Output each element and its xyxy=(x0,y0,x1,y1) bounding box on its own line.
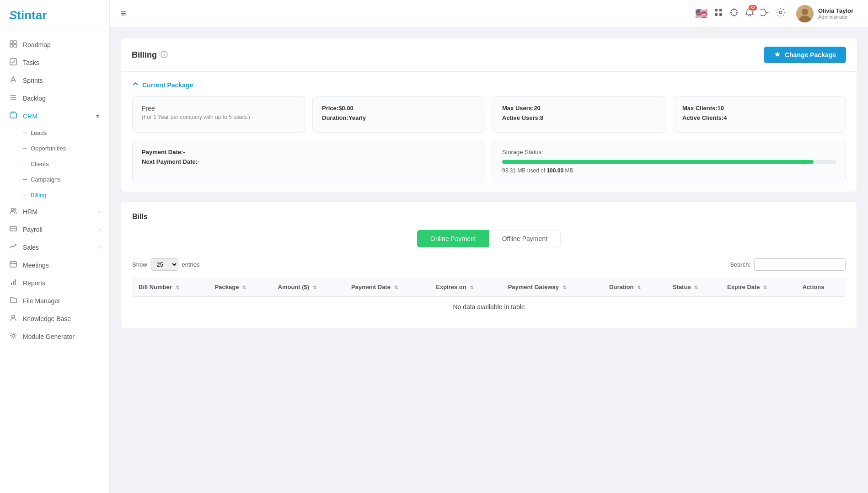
sprints-icon xyxy=(9,76,17,85)
app-logo: Stintar xyxy=(9,8,47,22)
notification-bell-icon[interactable]: 52 xyxy=(745,8,754,19)
price-info: Price:$0.00 xyxy=(322,105,476,112)
sort-icon: ⇅ xyxy=(313,285,316,290)
sidebar-item-meetings[interactable]: Meetings xyxy=(0,256,109,274)
payroll-icon xyxy=(9,225,17,234)
payment-tabs: Online Payment Offline Payment xyxy=(132,230,846,247)
storage-bar-bg xyxy=(502,160,836,164)
apps-icon[interactable] xyxy=(714,8,723,19)
flag-icon[interactable]: 🇺🇸 xyxy=(695,8,707,20)
crosshair-icon[interactable] xyxy=(729,8,739,19)
svg-rect-4 xyxy=(10,59,16,65)
active-users-info: Active Users:8 xyxy=(502,114,656,121)
price-value: $0.00 xyxy=(338,105,354,112)
sidebar-item-hrm[interactable]: HRM › xyxy=(0,203,109,220)
bills-section: Bills Online Payment Offline Payment Sho… xyxy=(121,201,857,329)
reports-icon xyxy=(9,279,17,287)
col-payment-date[interactable]: Payment Date ⇅ xyxy=(345,278,429,296)
max-clients-info: Max Clients:10 xyxy=(682,105,836,112)
dash-icon: – xyxy=(23,129,27,137)
col-actions: Actions xyxy=(796,278,846,296)
storage-total: 100.00 xyxy=(547,167,563,174)
sort-icon: ⇅ xyxy=(637,285,641,290)
price-duration-card: Price:$0.00 Duration:Yearly xyxy=(312,96,485,133)
sort-icon: ⇅ xyxy=(563,285,566,290)
col-amount[interactable]: Amount ($) ⇅ xyxy=(272,278,345,296)
sidebar-item-module-generator[interactable]: Module Generator xyxy=(0,327,109,345)
online-payment-tab[interactable]: Online Payment xyxy=(417,230,489,247)
sidebar-item-tasks[interactable]: Tasks xyxy=(0,54,109,71)
active-clients-value: 4 xyxy=(723,114,727,121)
sidebar-item-label: Module Generator xyxy=(23,333,75,340)
sort-icon: ⇅ xyxy=(694,285,698,290)
svg-point-22 xyxy=(12,334,15,337)
sidebar-item-campaigns[interactable]: – Campaigns xyxy=(0,171,109,187)
col-duration[interactable]: Duration ⇅ xyxy=(603,278,666,296)
free-label: Free xyxy=(142,105,295,112)
tasks-icon xyxy=(9,58,17,67)
entries-select[interactable]: 25 10 50 100 xyxy=(151,258,178,271)
sidebar-item-payroll[interactable]: Payroll › xyxy=(0,220,109,238)
current-package-toggle[interactable]: Current Package xyxy=(132,81,846,89)
sidebar-nav: Roadmap Tasks Sprints Backlog CRM xyxy=(0,31,109,493)
sidebar-item-roadmap[interactable]: Roadmap xyxy=(0,36,109,54)
no-data-row: No data available in table xyxy=(132,296,846,317)
sort-icon: ⇅ xyxy=(763,285,767,290)
sidebar-item-sales[interactable]: Sales › xyxy=(0,238,109,256)
sales-arrow-icon: › xyxy=(98,245,100,250)
sidebar-item-backlog[interactable]: Backlog xyxy=(0,89,109,107)
module-generator-icon xyxy=(9,332,17,341)
duration-value: Yearly xyxy=(348,114,366,121)
package-grid-row1: Free (For 1 Year per company with up to … xyxy=(132,96,846,133)
knowledge-base-icon xyxy=(9,314,17,323)
sidebar-item-crm[interactable]: CRM ▼ xyxy=(0,107,109,125)
svg-rect-24 xyxy=(719,9,722,11)
change-package-button[interactable]: Change Package xyxy=(764,47,846,63)
col-bill-number[interactable]: Bill Number ⇅ xyxy=(132,278,209,296)
settings-icon[interactable] xyxy=(776,8,785,19)
active-clients-info: Active Clients:4 xyxy=(682,114,836,121)
user-profile[interactable]: Olivia Taylor Administrator xyxy=(793,3,857,24)
subnav-label: Opportunities xyxy=(31,145,66,152)
svg-point-11 xyxy=(14,209,16,210)
sidebar-item-label: Payroll xyxy=(23,226,43,233)
col-status[interactable]: Status ⇅ xyxy=(666,278,721,296)
page-header: Billing Change Package xyxy=(121,38,857,72)
sort-icon: ⇅ xyxy=(470,285,473,290)
sidebar-item-billing[interactable]: – Billing xyxy=(0,187,109,203)
sidebar-item-opportunities[interactable]: – Opportunities xyxy=(0,140,109,156)
info-icon[interactable] xyxy=(161,51,168,59)
col-expire-date[interactable]: Expire Date ⇅ xyxy=(721,278,796,296)
col-payment-gateway[interactable]: Payment Gateway ⇅ xyxy=(502,278,603,296)
sidebar-item-label: Knowledge Base xyxy=(23,315,71,322)
max-clients-value: 10 xyxy=(718,105,724,112)
svg-rect-18 xyxy=(11,283,12,285)
content-area: Billing Change Package Current Package xyxy=(110,27,868,493)
table-header-row: Bill Number ⇅ Package ⇅ Amount ($) ⇅ P xyxy=(132,278,846,296)
sidebar-item-clients[interactable]: – Clients xyxy=(0,156,109,171)
crm-arrow-icon: ▼ xyxy=(95,113,100,119)
subnav-label: Billing xyxy=(31,192,47,198)
bills-table: Bill Number ⇅ Package ⇅ Amount ($) ⇅ P xyxy=(132,278,846,317)
svg-point-21 xyxy=(12,315,15,318)
sidebar-item-file-manager[interactable]: File Manager xyxy=(0,292,109,310)
col-package[interactable]: Package ⇅ xyxy=(209,278,272,296)
topbar-icons: 🇺🇸 52 xyxy=(695,8,785,20)
search-input[interactable] xyxy=(754,258,846,271)
hamburger-button[interactable]: ≡ xyxy=(121,8,126,19)
svg-rect-12 xyxy=(10,226,16,231)
sidebar-item-knowledge-base[interactable]: Knowledge Base xyxy=(0,310,109,327)
entries-label: entries xyxy=(182,261,200,268)
sort-icon: ⇅ xyxy=(394,285,398,290)
backlog-icon xyxy=(9,94,17,102)
sidebar-item-sprints[interactable]: Sprints xyxy=(0,71,109,89)
sidebar-item-leads[interactable]: – Leads xyxy=(0,125,109,140)
file-manager-icon xyxy=(9,296,17,305)
col-expires-on[interactable]: Expires on ⇅ xyxy=(429,278,501,296)
offline-payment-tab[interactable]: Offline Payment xyxy=(489,230,561,247)
page-title-wrap: Billing xyxy=(132,50,168,60)
sidebar-item-reports[interactable]: Reports xyxy=(0,274,109,292)
svg-rect-26 xyxy=(719,13,722,16)
sidebar-item-label: Tasks xyxy=(23,59,39,66)
dark-mode-icon[interactable] xyxy=(761,8,770,19)
